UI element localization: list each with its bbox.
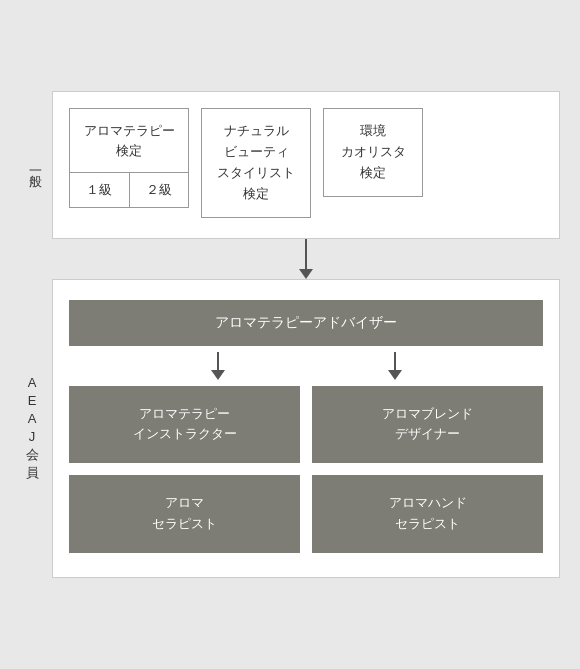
blend-designer-box: アロマブレンドデザイナー xyxy=(312,386,543,464)
aeaj-char-kai: 会 xyxy=(26,446,39,464)
section-arrow xyxy=(299,239,313,279)
section-arrow-container xyxy=(20,239,560,279)
aromatherapy-kentei-box: アロマテラピー検定 １級 ２級 xyxy=(69,108,189,208)
advisor-box: アロマテラピーアドバイザー xyxy=(69,300,543,346)
aromatherapy-kentei-title: アロマテラピー検定 xyxy=(70,109,188,173)
two-arrows xyxy=(69,352,543,380)
aeaj-char-in: 員 xyxy=(26,464,39,482)
instructor-box: アロマテラピーインストラクター xyxy=(69,386,300,464)
aromatherapy-grades: １級 ２級 xyxy=(70,173,188,207)
arrow-line-right xyxy=(394,352,396,370)
grade-2: ２級 xyxy=(130,173,189,207)
aeaj-char-E: E xyxy=(28,392,37,410)
arrow-left xyxy=(211,352,225,380)
aeaj-char-A2: A xyxy=(28,410,37,428)
arrow-head-left xyxy=(211,370,225,380)
arrow-line-left xyxy=(217,352,219,370)
therapist-box: アロマセラピスト xyxy=(69,475,300,553)
therapist-row: アロマセラピスト アロマハンドセラピスト xyxy=(69,475,543,553)
general-boxes: アロマテラピー検定 １級 ２級 ナチュラルビューティスタイリスト検定 環境カオリ… xyxy=(69,108,543,217)
main-container: 一般 アロマテラピー検定 １級 ２級 ナチュラルビューティスタイリスト検定 環境… xyxy=(20,91,560,577)
aeaj-section: A E A J 会 員 アロマテラピーアドバイザー xyxy=(20,279,560,578)
natural-beauty-box: ナチュラルビューティスタイリスト検定 xyxy=(201,108,311,217)
aeaj-char-A1: A xyxy=(28,374,37,392)
arrow-right xyxy=(388,352,402,380)
hand-therapist-box: アロマハンドセラピスト xyxy=(312,475,543,553)
general-panel: アロマテラピー検定 １級 ２級 ナチュラルビューティスタイリスト検定 環境カオリ… xyxy=(52,91,560,238)
arrow-head xyxy=(299,269,313,279)
kankyo-box: 環境カオリスタ検定 xyxy=(323,108,423,196)
general-label: 一般 xyxy=(20,163,44,167)
instructor-designer-row: アロマテラピーインストラクター アロマブレンドデザイナー xyxy=(69,386,543,464)
arrow-line xyxy=(305,239,307,269)
arrow-head-right xyxy=(388,370,402,380)
grade-1: １級 xyxy=(70,173,130,207)
aeaj-panel: アロマテラピーアドバイザー アロマテラピーインストラクター アロマブレンドデザイ… xyxy=(52,279,560,578)
aeaj-char-J: J xyxy=(29,428,36,446)
general-section: 一般 アロマテラピー検定 １級 ２級 ナチュラルビューティスタイリスト検定 環境… xyxy=(20,91,560,238)
aeaj-label: A E A J 会 員 xyxy=(20,374,44,483)
